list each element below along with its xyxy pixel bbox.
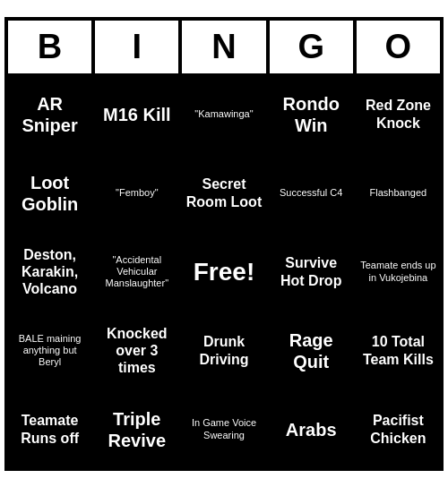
cell-text-3: Rondo Win <box>273 93 349 136</box>
cell-text-8: Successful C4 <box>280 187 342 199</box>
bingo-cell-7: Secret Room Loot <box>180 154 267 233</box>
bingo-cell-0: AR Sniper <box>6 75 93 154</box>
bingo-grid: AR SniperM16 Kill"Kamawinga"Rondo WinRed… <box>6 75 442 469</box>
bingo-cell-8: Successful C4 <box>268 154 355 233</box>
bingo-card: BINGO AR SniperM16 Kill"Kamawinga"Rondo … <box>4 17 444 471</box>
cell-text-20: Teamate Runs off <box>12 412 88 446</box>
cell-text-17: Drunk Driving <box>185 333 262 367</box>
bingo-cell-9: Flashbanged <box>355 154 442 233</box>
cell-text-11: "Accidental Vehicular Manslaughter" <box>99 254 175 290</box>
cell-text-4: Red Zone Knock <box>360 97 436 131</box>
cell-text-10: Deston, Karakin, Volcano <box>12 246 88 298</box>
cell-text-13: Survive Hot Drop <box>273 254 349 288</box>
bingo-cell-22: In Game Voice Swearing <box>180 390 267 469</box>
cell-text-1: M16 Kill <box>103 104 171 125</box>
cell-text-23: Arabs <box>286 419 337 440</box>
bingo-cell-14: Teamate ends up in Vukojebina <box>355 233 442 312</box>
cell-text-16: Knocked over 3 times <box>99 325 175 377</box>
bingo-cell-23: Arabs <box>268 390 355 469</box>
bingo-cell-24: Pacifist Chicken <box>355 390 442 469</box>
bingo-cell-16: Knocked over 3 times <box>93 312 180 390</box>
cell-text-21: Triple Revive <box>99 408 175 451</box>
cell-text-15: BALE maining anything but Beryl <box>12 333 88 369</box>
bingo-cell-1: M16 Kill <box>93 75 180 154</box>
bingo-cell-17: Drunk Driving <box>180 312 267 390</box>
cell-text-7: Secret Room Loot <box>185 175 262 209</box>
bingo-cell-3: Rondo Win <box>268 75 355 154</box>
cell-text-12: Free! <box>194 257 254 287</box>
header-letter-n: N <box>180 19 267 75</box>
cell-text-0: AR Sniper <box>12 93 88 136</box>
bingo-cell-4: Red Zone Knock <box>355 75 442 154</box>
cell-text-19: 10 Total Team Kills <box>360 333 436 367</box>
bingo-header: BINGO <box>6 19 442 75</box>
header-letter-i: I <box>93 19 180 75</box>
header-letter-g: G <box>268 19 355 75</box>
cell-text-24: Pacifist Chicken <box>360 412 436 446</box>
bingo-cell-18: Rage Quit <box>268 312 355 390</box>
bingo-cell-13: Survive Hot Drop <box>268 233 355 312</box>
cell-text-5: Loot Goblin <box>12 172 88 215</box>
bingo-cell-19: 10 Total Team Kills <box>355 312 442 390</box>
bingo-cell-10: Deston, Karakin, Volcano <box>6 233 93 312</box>
cell-text-18: Rage Quit <box>273 329 349 372</box>
cell-text-2: "Kamawinga" <box>194 108 253 120</box>
bingo-cell-15: BALE maining anything but Beryl <box>6 312 93 390</box>
bingo-cell-5: Loot Goblin <box>6 154 93 233</box>
cell-text-9: Flashbanged <box>370 187 427 199</box>
bingo-cell-2: "Kamawinga" <box>180 75 267 154</box>
cell-text-22: In Game Voice Swearing <box>185 417 262 440</box>
bingo-cell-6: "Femboy" <box>93 154 180 233</box>
bingo-cell-21: Triple Revive <box>93 390 180 469</box>
bingo-cell-11: "Accidental Vehicular Manslaughter" <box>93 233 180 312</box>
bingo-cell-12: Free! <box>180 233 267 312</box>
header-letter-o: O <box>355 19 442 75</box>
bingo-cell-20: Teamate Runs off <box>6 390 93 469</box>
cell-text-6: "Femboy" <box>116 187 159 199</box>
cell-text-14: Teamate ends up in Vukojebina <box>360 260 436 283</box>
header-letter-b: B <box>6 19 93 75</box>
